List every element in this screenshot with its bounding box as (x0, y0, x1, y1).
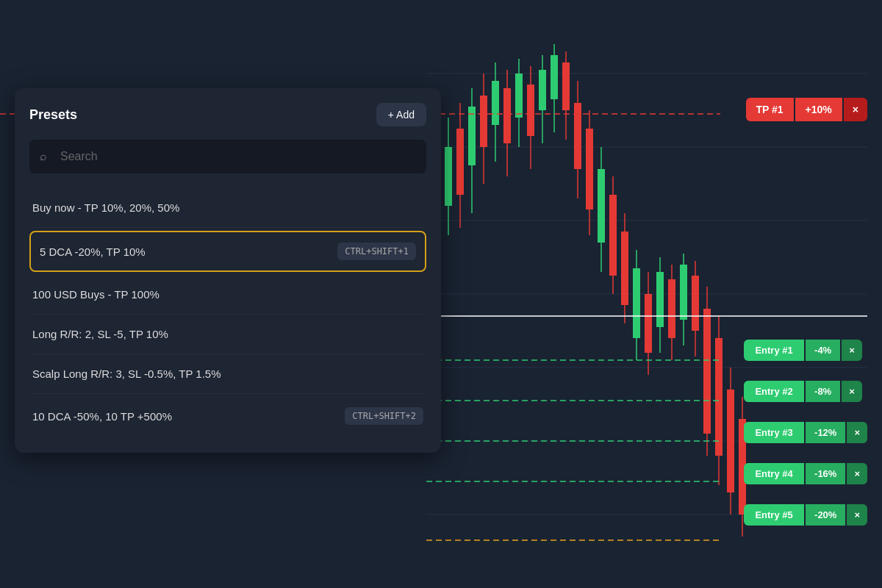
svg-rect-25 (539, 70, 546, 110)
preset-item-label-3: 100 USD Buys - TP 100% (32, 288, 159, 301)
svg-rect-29 (562, 62, 570, 110)
svg-rect-17 (492, 81, 499, 125)
entry-close-4[interactable]: × (847, 463, 867, 484)
svg-rect-9 (445, 147, 452, 206)
add-button[interactable]: + Add (376, 103, 426, 126)
preset-shortcut-6: CTRL+SHIFT+2 (345, 407, 423, 425)
tp-badge: TP #1 (746, 98, 794, 121)
svg-rect-51 (692, 276, 699, 331)
entry-row-4: Entry #4 -16% × (744, 463, 867, 484)
preset-item-5[interactable]: Scalp Long R/R: 3, SL -0.5%, TP 1.5% (29, 354, 426, 394)
entry-row-1: Entry #1 -4% × (744, 340, 867, 361)
svg-rect-39 (621, 232, 628, 305)
preset-item-6[interactable]: 10 DCA -50%, 10 TP +500% CTRL+SHIFT+2 (29, 394, 426, 438)
search-icon: ⌕ (40, 150, 47, 163)
entry-badge-5: Entry #5 (744, 504, 804, 526)
entry-pct-2: -8% (806, 381, 840, 402)
preset-item-label-4: Long R/R: 2, SL -5, TP 10% (32, 328, 168, 340)
preset-item-label-1: Buy now - TP 10%, 20%, 50% (32, 201, 179, 214)
entry-pct-3: -12% (806, 422, 845, 443)
preset-item-1[interactable]: Buy now - TP 10%, 20%, 50% (29, 188, 426, 228)
entry-pct-1: -4% (806, 340, 840, 361)
svg-rect-49 (680, 265, 687, 320)
preset-header: Presets + Add (29, 103, 426, 126)
svg-rect-33 (586, 129, 593, 209)
svg-rect-15 (480, 96, 487, 147)
entry-close-5[interactable]: × (847, 504, 867, 526)
svg-rect-23 (527, 85, 534, 136)
svg-rect-21 (515, 74, 523, 118)
svg-rect-27 (551, 55, 558, 99)
entry-badge-2: Entry #2 (744, 381, 804, 402)
svg-rect-43 (645, 294, 652, 353)
entry-row-3: Entry #3 -12% × (744, 422, 867, 443)
entry-badge-3: Entry #3 (744, 422, 804, 443)
entry-pct-5: -20% (806, 504, 845, 526)
entry-row-2: Entry #2 -8% × (744, 381, 867, 402)
svg-rect-57 (727, 390, 734, 492)
svg-rect-35 (598, 169, 605, 243)
svg-rect-19 (503, 88, 511, 143)
preset-item-label-2: 5 DCA -20%, TP 10% (40, 245, 146, 258)
svg-rect-11 (456, 129, 464, 195)
svg-rect-55 (715, 338, 723, 456)
preset-item-label-5: Scalp Long R/R: 3, SL -0.5%, TP 1.5% (32, 368, 221, 380)
search-input[interactable] (29, 140, 426, 173)
entry-close-3[interactable]: × (847, 422, 867, 443)
preset-list: Buy now - TP 10%, 20%, 50% 5 DCA -20%, T… (29, 188, 426, 438)
svg-rect-31 (574, 103, 581, 169)
preset-item-4[interactable]: Long R/R: 2, SL -5, TP 10% (29, 315, 426, 354)
svg-rect-47 (668, 279, 675, 338)
svg-rect-37 (609, 195, 617, 276)
entry-pct-4: -16% (806, 463, 845, 484)
entry-labels: Entry #1 -4% × Entry #2 -8% × Entry #3 -… (744, 340, 867, 526)
preset-item-3[interactable]: 100 USD Buys - TP 100% (29, 275, 426, 315)
search-container: ⌕ (29, 140, 426, 173)
svg-rect-53 (703, 309, 711, 434)
preset-item-label-6: 10 DCA -50%, 10 TP +500% (32, 410, 172, 423)
preset-title: Presets (29, 107, 77, 123)
preset-shortcut-2: CTRL+SHIFT+1 (337, 243, 416, 260)
entry-close-2[interactable]: × (842, 381, 862, 402)
entry-badge-4: Entry #4 (744, 463, 804, 484)
svg-rect-41 (633, 268, 640, 338)
tp-label: TP #1 +10% × (746, 98, 868, 121)
preset-item-2[interactable]: 5 DCA -20%, TP 10% CTRL+SHIFT+1 (29, 231, 426, 272)
preset-panel: Presets + Add ⌕ Buy now - TP 10%, 20%, 5… (15, 88, 441, 453)
svg-rect-13 (468, 107, 476, 165)
entry-close-1[interactable]: × (842, 340, 862, 361)
entry-badge-1: Entry #1 (744, 340, 804, 361)
tp-pct: +10% (795, 98, 842, 121)
tp-close-button[interactable]: × (844, 98, 867, 121)
entry-row-5: Entry #5 -20% × (744, 504, 867, 526)
svg-rect-45 (656, 272, 664, 327)
